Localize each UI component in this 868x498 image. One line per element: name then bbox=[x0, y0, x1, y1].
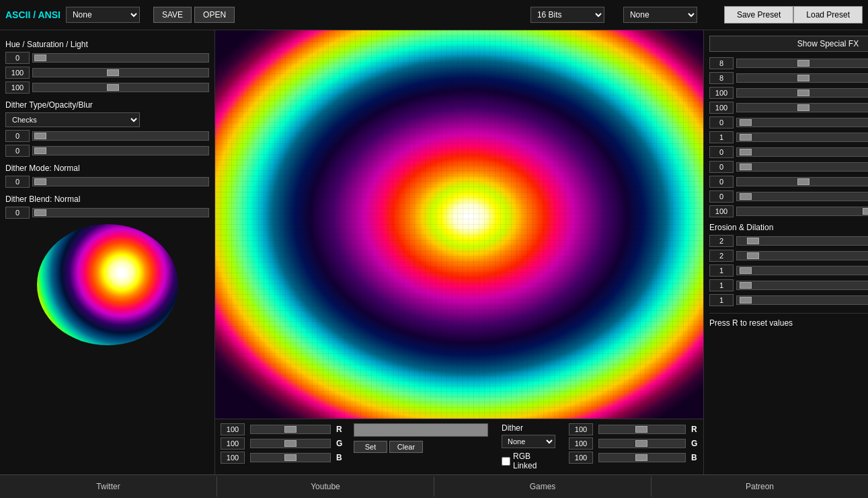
center-panel: R G B bbox=[215, 30, 703, 474]
dither-mode-input[interactable] bbox=[5, 176, 30, 188]
dither-red-input[interactable] bbox=[569, 423, 593, 435]
erosion-slider-4[interactable] bbox=[736, 295, 868, 305]
fx-slider-6[interactable] bbox=[736, 147, 868, 157]
erosion-slider-3[interactable] bbox=[736, 281, 868, 290]
sat-slider[interactable] bbox=[32, 68, 209, 77]
erosion-row-2: Pixel X bbox=[709, 264, 868, 277]
dither-red-row: R bbox=[569, 423, 698, 435]
erosion-row-1: Steps Y bbox=[709, 250, 868, 262]
erosion-row-3: Pixel Y bbox=[709, 279, 868, 291]
dither-blue-slider[interactable] bbox=[598, 453, 686, 462]
erosion-input-0[interactable] bbox=[709, 235, 734, 247]
fx-slider-8[interactable] bbox=[736, 177, 868, 186]
fx-input-5[interactable] bbox=[709, 131, 734, 143]
footer-link-youtube[interactable]: Youtube bbox=[217, 476, 434, 497]
dither-blend-slider[interactable] bbox=[32, 208, 209, 217]
erosion-input-1[interactable] bbox=[709, 250, 734, 262]
erosion-input-4[interactable] bbox=[709, 294, 734, 306]
fx-slider-9[interactable] bbox=[736, 192, 868, 201]
fx-input-10[interactable] bbox=[709, 205, 734, 217]
dither-section: Dither None RGB Linked bbox=[502, 423, 555, 470]
dither-opacity-slider[interactable] bbox=[32, 131, 209, 141]
fx-input-7[interactable] bbox=[709, 161, 734, 173]
fx-slider-4[interactable] bbox=[736, 118, 868, 127]
green-slider[interactable] bbox=[250, 439, 331, 448]
fx-input-0[interactable] bbox=[709, 57, 734, 69]
dither-green-row: G bbox=[569, 437, 698, 450]
erosion-slider-2[interactable] bbox=[736, 266, 868, 275]
dither-none-select[interactable]: None bbox=[502, 435, 555, 448]
fx-input-4[interactable] bbox=[709, 116, 734, 129]
footer-link-twitter[interactable]: Twitter bbox=[0, 476, 217, 497]
open-button[interactable]: OPEN bbox=[194, 7, 235, 23]
dither-opacity-input[interactable] bbox=[5, 130, 30, 142]
save-preset-button[interactable]: Save Preset bbox=[724, 6, 793, 24]
hue-input[interactable] bbox=[5, 52, 30, 64]
erosion-input-3[interactable] bbox=[709, 279, 734, 291]
fx-slider-3[interactable] bbox=[736, 103, 868, 112]
dither-green-slider[interactable] bbox=[598, 439, 686, 448]
dither-green-input[interactable] bbox=[569, 437, 593, 450]
set-clear-group: Set Clear bbox=[354, 423, 488, 453]
dither-b-label: B bbox=[691, 453, 698, 462]
blue-slider[interactable] bbox=[250, 453, 331, 462]
dither-blur-input[interactable] bbox=[5, 145, 30, 157]
sat-input[interactable] bbox=[5, 67, 30, 79]
fx-input-3[interactable] bbox=[709, 102, 734, 114]
set-button[interactable]: Set bbox=[354, 441, 387, 453]
blue-label: B bbox=[336, 453, 343, 462]
footer-link-games[interactable]: Games bbox=[434, 476, 652, 497]
dither-blue-input[interactable] bbox=[569, 452, 593, 464]
bottom-controls-row: R G B bbox=[221, 423, 698, 470]
load-preset-button[interactable]: Load Preset bbox=[793, 6, 863, 24]
fx-slider-1[interactable] bbox=[736, 73, 868, 83]
erosion-slider-1[interactable] bbox=[736, 251, 868, 260]
footer-link-patreon[interactable]: Patreon bbox=[652, 476, 868, 497]
green-input[interactable] bbox=[221, 437, 245, 450]
dither-red-slider[interactable] bbox=[598, 425, 686, 434]
blue-input[interactable] bbox=[221, 452, 245, 464]
erosion-input-2[interactable] bbox=[709, 264, 734, 277]
filter-select[interactable]: None bbox=[623, 7, 697, 23]
preset-buttons: Save Preset Load Preset bbox=[724, 6, 863, 24]
fx-input-6[interactable] bbox=[709, 146, 734, 158]
show-fx-header[interactable]: Show Special FX bbox=[709, 36, 868, 52]
preset-dropdown[interactable]: None bbox=[66, 7, 140, 23]
dither-type-select[interactable]: Checks bbox=[5, 112, 140, 127]
color-preview bbox=[354, 423, 488, 437]
rgb-linked-row: RGB Linked bbox=[502, 452, 555, 470]
red-input[interactable] bbox=[221, 423, 245, 435]
dither-mode-row bbox=[5, 176, 209, 188]
fx-slider-7[interactable] bbox=[736, 162, 868, 172]
hsl-label: Hue / Saturation / Light bbox=[5, 40, 209, 49]
red-slider[interactable] bbox=[250, 425, 331, 434]
fx-input-9[interactable] bbox=[709, 190, 734, 203]
save-button[interactable]: SAVE bbox=[153, 7, 192, 23]
fx-slider-10[interactable] bbox=[736, 207, 868, 216]
dither-rgb-sliders: R G B bbox=[569, 423, 698, 464]
dither-mode-slider[interactable] bbox=[32, 177, 209, 186]
dither-blend-input[interactable] bbox=[5, 207, 30, 219]
erosion-slider-0[interactable] bbox=[736, 236, 868, 246]
rgb-linked-label: RGB Linked bbox=[513, 452, 555, 470]
clear-button[interactable]: Clear bbox=[389, 441, 423, 453]
red-label: R bbox=[336, 425, 343, 434]
fx-input-8[interactable] bbox=[709, 176, 734, 188]
fx-slider-2[interactable] bbox=[736, 88, 868, 98]
rgb-linked-checkbox[interactable] bbox=[502, 457, 510, 466]
light-slider[interactable] bbox=[32, 83, 209, 92]
fx-slider-0[interactable] bbox=[736, 59, 868, 68]
dither-r-label: R bbox=[691, 425, 698, 434]
erosion-rows: Steps X Steps Y Pixel X Pixel Y Intensit… bbox=[709, 235, 868, 306]
left-panel: Hue / Saturation / Light Dither Type/Opa… bbox=[0, 30, 215, 474]
bit-depth-select[interactable]: 16 Bits bbox=[530, 7, 604, 23]
dither-blur-slider[interactable] bbox=[32, 146, 209, 155]
fx-input-1[interactable] bbox=[709, 72, 734, 84]
light-input[interactable] bbox=[5, 81, 30, 94]
hue-slider[interactable] bbox=[32, 53, 209, 63]
press-r-text: Press R to reset values bbox=[709, 318, 793, 328]
fx-slider-5[interactable] bbox=[736, 133, 868, 142]
dither-type-row: Checks bbox=[5, 112, 209, 127]
fx-input-2[interactable] bbox=[709, 87, 734, 99]
dither-blend-row bbox=[5, 207, 209, 219]
